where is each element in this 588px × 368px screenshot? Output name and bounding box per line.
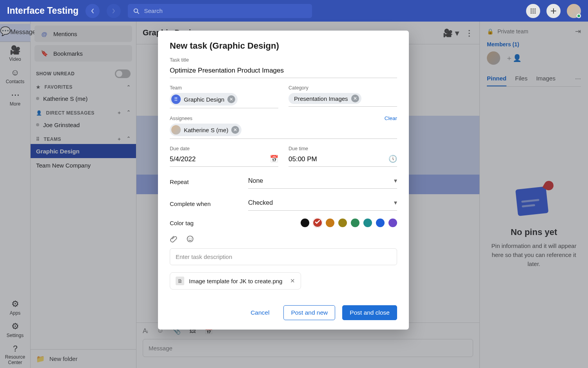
color-swatch[interactable] xyxy=(376,219,385,227)
team-icon: ⠿ xyxy=(171,95,181,104)
attached-file-name: Image template for JK to create.png xyxy=(189,278,282,284)
svg-point-2 xyxy=(532,8,534,9)
color-swatch[interactable] xyxy=(388,219,397,227)
paperclip-icon xyxy=(170,235,178,243)
category-chip: Presentation Images ✕ xyxy=(289,93,361,104)
dialpad-icon xyxy=(530,8,536,14)
plus-icon xyxy=(550,8,557,14)
chevron-right-icon xyxy=(112,8,116,14)
topbar: Interface Testing xyxy=(0,0,588,22)
due-date-input[interactable] xyxy=(170,154,270,166)
svg-point-12 xyxy=(191,238,192,239)
search-icon xyxy=(133,8,139,14)
team-chip: ⠿ Graphic Design ✕ xyxy=(170,93,238,106)
label-assignees: Assignees xyxy=(170,116,192,121)
remove-category-button[interactable]: ✕ xyxy=(351,95,359,102)
remove-assignee-button[interactable]: ✕ xyxy=(231,126,239,134)
color-swatch[interactable] xyxy=(326,219,334,227)
svg-point-5 xyxy=(532,10,534,11)
chevron-left-icon xyxy=(91,8,94,14)
color-swatch[interactable] xyxy=(313,219,322,227)
label-team: Team xyxy=(170,85,278,91)
svg-point-11 xyxy=(189,238,190,239)
attach-file-button[interactable] xyxy=(170,235,178,243)
app-brand: Interface Testing xyxy=(7,5,78,16)
remove-team-button[interactable]: ✕ xyxy=(227,95,235,103)
svg-point-1 xyxy=(530,8,532,9)
smile-icon xyxy=(186,235,194,243)
repeat-select[interactable]: None ▾ xyxy=(248,175,397,189)
remove-attachment-button[interactable]: ✕ xyxy=(290,277,295,284)
calendar-icon[interactable]: 📅 xyxy=(270,155,278,166)
label-repeat: Repeat xyxy=(170,179,248,185)
svg-point-10 xyxy=(187,236,193,242)
team-field[interactable]: ⠿ Graphic Design ✕ xyxy=(170,93,278,108)
chevron-down-icon: ▾ xyxy=(394,177,397,184)
svg-point-8 xyxy=(532,12,534,13)
post-and-new-button[interactable]: Post and new xyxy=(283,305,335,320)
file-icon: 🗎 xyxy=(176,277,184,285)
task-title-input[interactable] xyxy=(170,65,397,78)
svg-point-6 xyxy=(534,10,535,11)
cancel-button[interactable]: Cancel xyxy=(243,305,276,320)
label-due-date: Due date xyxy=(170,146,278,151)
presence-online-icon xyxy=(577,14,581,18)
new-button[interactable] xyxy=(546,4,561,18)
clock-icon[interactable]: 🕔 xyxy=(388,155,397,166)
modal-title: New task (Graphic Design) xyxy=(170,41,397,51)
assignees-field[interactable]: Katherine S (me) ✕ xyxy=(170,124,397,139)
clear-assignees-button[interactable]: Clear xyxy=(385,115,397,121)
color-swatch[interactable] xyxy=(338,219,347,227)
category-field[interactable]: Presentation Images ✕ xyxy=(289,93,397,107)
color-swatch[interactable] xyxy=(351,219,359,227)
post-and-close-button[interactable]: Post and close xyxy=(342,305,397,320)
due-time-input[interactable] xyxy=(289,154,388,166)
label-due-time: Due time xyxy=(289,146,397,151)
label-category: Category xyxy=(289,85,397,91)
color-swatch[interactable] xyxy=(301,219,309,227)
dialpad-button[interactable] xyxy=(526,4,540,18)
svg-point-4 xyxy=(530,10,532,11)
complete-when-select[interactable]: Checked ▾ xyxy=(248,197,397,211)
assignee-avatar-icon xyxy=(171,125,181,135)
label-complete-when: Complete when xyxy=(170,200,248,207)
color-swatches xyxy=(248,219,397,227)
svg-point-9 xyxy=(534,12,535,13)
color-swatch[interactable] xyxy=(363,219,372,227)
label-color-tag: Color tag xyxy=(170,220,248,226)
attached-file: 🗎 Image template for JK to create.png ✕ xyxy=(170,272,301,290)
global-search-input[interactable] xyxy=(143,7,307,15)
nav-forward-button[interactable] xyxy=(107,4,121,18)
new-task-modal: New task (Graphic Design) Task title Tea… xyxy=(158,31,409,330)
nav-back-button[interactable] xyxy=(85,4,100,18)
assignee-chip: Katherine S (me) ✕ xyxy=(170,124,241,136)
svg-point-7 xyxy=(530,12,532,13)
chevron-down-icon: ▾ xyxy=(394,199,397,206)
global-search[interactable] xyxy=(128,4,312,18)
svg-point-3 xyxy=(534,8,535,9)
insert-emoji-button[interactable] xyxy=(186,235,194,243)
current-user-avatar[interactable] xyxy=(567,4,581,18)
label-task-title: Task title xyxy=(170,57,397,63)
task-description-input[interactable]: Enter task description xyxy=(170,248,397,265)
